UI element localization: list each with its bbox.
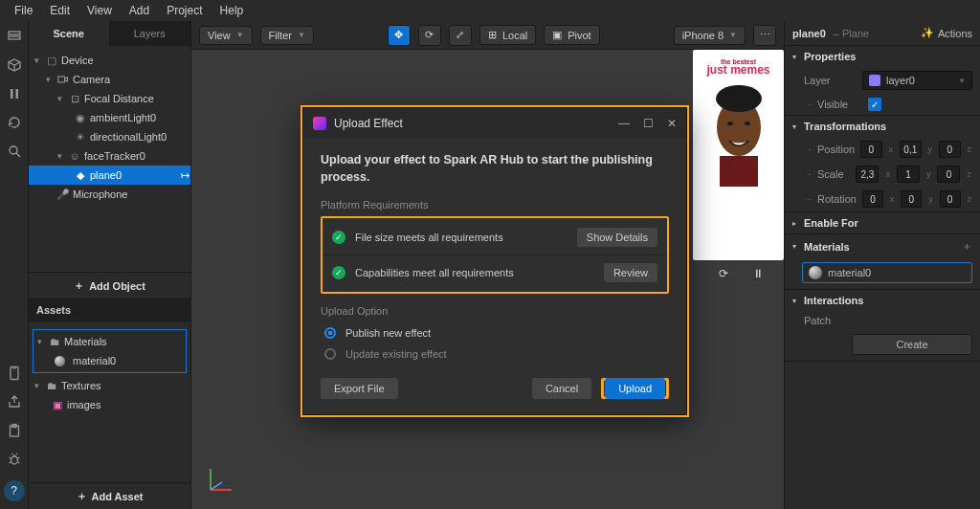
assets-header: Assets [29,299,190,321]
pause-icon[interactable] [7,86,22,101]
create-button[interactable]: Create [852,334,972,355]
material-icon [55,356,65,366]
node-tracker[interactable]: ▾☺faceTracker0 [29,146,190,166]
maximize-icon[interactable]: ☐ [643,117,654,130]
rotate-tool-icon[interactable]: ⟳ [418,25,441,46]
scale-x[interactable]: 2,3 [856,166,879,183]
cube-icon[interactable] [7,57,22,73]
menu-project[interactable]: Project [158,4,211,17]
section-transforms[interactable]: ▾Transformations [785,116,980,137]
add-object-button[interactable]: ＋Add Object [29,272,190,299]
view-dropdown[interactable]: View▼ [199,26,253,45]
section-properties[interactable]: ▾Properties [785,46,980,67]
local-dropdown[interactable]: ⊞Local [479,25,536,45]
upload-effect-dialog: Upload Effect — ☐ ✕ Upload your effect t… [302,107,687,415]
layer-select[interactable]: layer0▼ [862,71,972,90]
section-materials[interactable]: ▾Materials＋ [785,234,980,258]
node-dirlight[interactable]: ☀directionalLight0 [29,127,190,146]
svg-line-17 [211,482,222,490]
menu-file[interactable]: File [6,4,41,17]
menu-help[interactable]: Help [212,4,253,17]
review-button[interactable]: Review [604,263,657,282]
bug-icon[interactable] [7,452,22,467]
pivot-dropdown[interactable]: ▣Pivot [544,25,599,45]
node-ambient[interactable]: ◉ambientLight0 [29,108,190,127]
tool-column: ? [0,21,29,509]
folder-icon: 🖿 [46,380,57,391]
node-camera[interactable]: ▾Camera [29,70,190,89]
node-mic[interactable]: ▾🎤Microphone [29,185,190,204]
help-icon[interactable]: ? [4,480,25,501]
add-asset-button[interactable]: ＋Add Asset [29,482,190,509]
refresh-icon[interactable] [7,115,22,130]
svg-point-8 [11,456,17,464]
inspector-name: plane0 [792,28,826,39]
search-icon[interactable] [7,144,22,159]
device-dropdown[interactable]: iPhone 8▼ [674,26,746,45]
check-icon: ✓ [332,231,345,244]
node-device[interactable]: ▾▢Device [29,51,190,70]
preview-pause-icon[interactable]: ⏸ [749,265,767,282]
asset-images[interactable]: ▣images [29,395,190,414]
req-filesize: File size meets all requirements [355,232,568,243]
option-update-existing[interactable]: Update existing effect [321,343,669,365]
platform-req-label: Platform Requirements [321,199,669,210]
plane-icon: ◆ [75,169,86,181]
svg-point-4 [10,146,17,154]
face-icon: ☺ [69,150,80,162]
tab-layers[interactable]: Layers [110,21,191,46]
export-icon[interactable] [7,394,22,409]
folder-icon: 🖿 [49,336,60,347]
scale-tool-icon[interactable]: ⤢ [449,25,472,46]
menu-add[interactable]: Add [121,4,158,17]
device-icon: ▢ [46,55,57,66]
asset-materials[interactable]: ▾🖿Materials [33,332,186,351]
mic-icon: 🎤 [57,188,69,200]
close-icon[interactable]: ✕ [667,117,677,130]
asset-textures[interactable]: ▾🖿Textures [29,376,190,395]
minimize-icon[interactable]: — [618,117,630,130]
asset-material0[interactable]: material0 [33,351,186,370]
pos-z[interactable]: 0 [939,141,960,158]
requirements-box: ✓ File size meets all requirements Show … [321,216,669,294]
viewport-toolbar: View▼ Filter▼ ✥ ⟳ ⤢ ⊞Local ▣Pivot iPhone… [191,21,784,50]
preview-refresh-icon[interactable]: ⟳ [715,265,732,282]
node-focal[interactable]: ▾⊡Focal Distance [29,89,190,108]
show-details-button[interactable]: Show Details [577,228,657,247]
filter-dropdown[interactable]: Filter▼ [260,26,314,45]
tab-scene[interactable]: Scene [29,21,110,46]
rot-z[interactable]: 0 [940,190,961,208]
pos-y[interactable]: 0,1 [900,141,921,158]
phone-icon[interactable] [7,365,22,381]
link-icon: ↦ [179,169,190,181]
svg-rect-0 [9,32,20,34]
option-publish-new[interactable]: Publish new effect [321,322,669,343]
cancel-button[interactable]: Cancel [532,378,591,399]
light-icon: ☀ [75,131,86,143]
scale-y[interactable]: 1 [897,166,920,183]
upload-button[interactable]: Upload [605,378,665,399]
actions-button[interactable]: ✨Actions [921,27,972,39]
material-slot[interactable]: material0 [802,262,972,283]
rot-y[interactable]: 0 [901,190,922,208]
rot-x[interactable]: 0 [862,190,883,208]
req-capabilities: Capabilities meet all requirements [355,267,594,278]
more-icon[interactable]: ⋯ [753,25,776,46]
visible-checkbox[interactable]: ✓ [868,98,881,111]
layers-icon[interactable] [7,29,22,44]
move-tool-icon[interactable]: ✥ [388,25,411,46]
preview-face [701,81,777,187]
light-icon: ◉ [75,112,86,123]
section-enable-for[interactable]: ▸Enable For [785,212,980,233]
scale-z[interactable]: 0 [937,166,960,183]
section-interactions[interactable]: ▾Interactions [785,290,980,311]
svg-point-13 [727,122,733,125]
clipboard-icon[interactable] [7,423,22,438]
upload-option-label: Upload Option [321,305,669,317]
pos-x[interactable]: 0 [860,141,881,158]
radio-on-icon [324,327,336,339]
menu-view[interactable]: View [78,4,121,17]
menu-edit[interactable]: Edit [41,4,78,17]
export-button[interactable]: Export File [321,378,398,399]
node-plane[interactable]: ◆plane0↦ [29,166,190,185]
